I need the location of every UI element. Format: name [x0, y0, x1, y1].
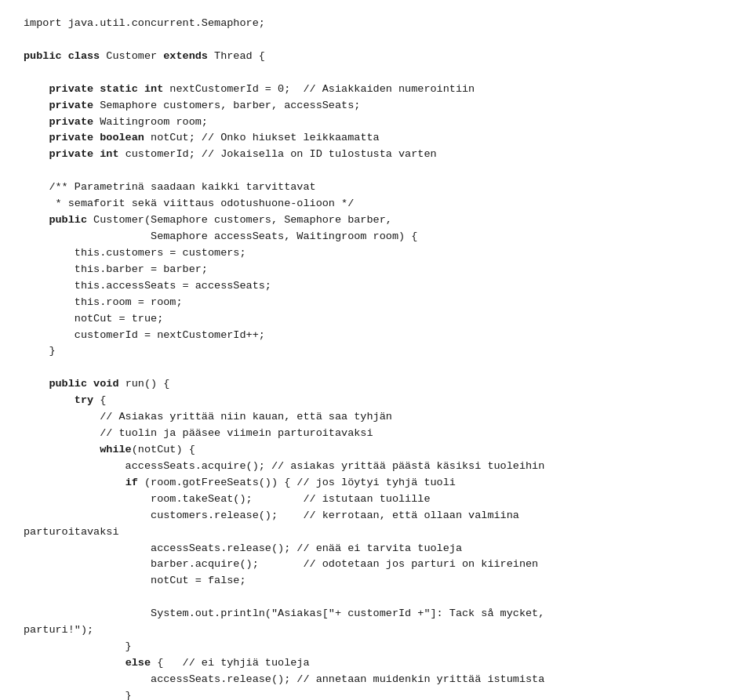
code-container: import java.util.concurrent.Semaphore; p… — [24, 16, 729, 700]
line-import: import java.util.concurrent.Semaphore; p… — [24, 17, 544, 700]
